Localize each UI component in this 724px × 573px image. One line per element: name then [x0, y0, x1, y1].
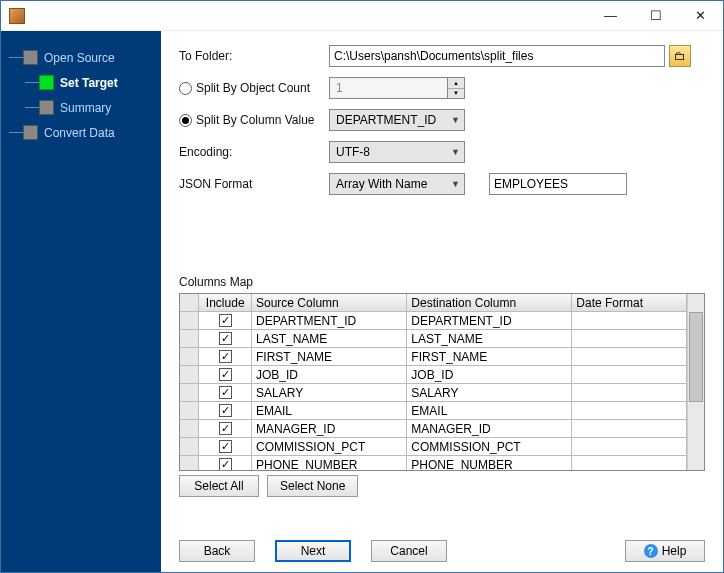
- col-header-date-format[interactable]: Date Format: [572, 294, 687, 312]
- split-column-value: DEPARTMENT_ID: [336, 113, 436, 127]
- select-all-button[interactable]: Select All: [179, 475, 259, 497]
- destination-cell[interactable]: COMMISSION_PCT: [407, 438, 572, 456]
- cancel-button[interactable]: Cancel: [371, 540, 447, 562]
- minimize-button[interactable]: —: [588, 2, 633, 30]
- source-cell[interactable]: LAST_NAME: [252, 330, 407, 348]
- select-none-button[interactable]: Select None: [267, 475, 358, 497]
- include-checkbox[interactable]: [219, 350, 232, 363]
- sidebar-item-convert-data[interactable]: Convert Data: [1, 120, 161, 145]
- col-header-source[interactable]: Source Column: [252, 294, 407, 312]
- destination-cell[interactable]: FIRST_NAME: [407, 348, 572, 366]
- source-cell[interactable]: FIRST_NAME: [252, 348, 407, 366]
- grid-scrollbar[interactable]: [687, 294, 704, 470]
- app-window: — ☐ ✕ Open Source Set Target Summary Con…: [0, 0, 724, 573]
- sidebar-item-label: Open Source: [44, 51, 115, 65]
- date-format-cell[interactable]: [572, 438, 687, 456]
- source-cell[interactable]: JOB_ID: [252, 366, 407, 384]
- sidebar-item-summary[interactable]: Summary: [1, 95, 161, 120]
- source-cell[interactable]: PHONE_NUMBER: [252, 456, 407, 470]
- include-checkbox[interactable]: [219, 386, 232, 399]
- json-format-select[interactable]: Array With Name ▼: [329, 173, 465, 195]
- include-checkbox[interactable]: [219, 440, 232, 453]
- sidebar-item-label: Set Target: [60, 76, 118, 90]
- destination-cell[interactable]: JOB_ID: [407, 366, 572, 384]
- chevron-down-icon: ▼: [451, 179, 460, 189]
- col-header-include[interactable]: Include: [199, 294, 252, 312]
- encoding-label: Encoding:: [179, 145, 329, 159]
- next-button[interactable]: Next: [275, 540, 351, 562]
- chevron-down-icon: ▼: [451, 147, 460, 157]
- sidebar-item-set-target[interactable]: Set Target: [1, 70, 161, 95]
- help-button[interactable]: ? Help: [625, 540, 705, 562]
- folder-icon: 🗀: [674, 49, 686, 63]
- destination-cell[interactable]: PHONE_NUMBER: [407, 456, 572, 470]
- table-row[interactable]: EMAILEMAIL: [180, 402, 687, 420]
- date-format-cell[interactable]: [572, 348, 687, 366]
- source-cell[interactable]: EMAIL: [252, 402, 407, 420]
- sidebar-item-open-source[interactable]: Open Source: [1, 45, 161, 70]
- table-row[interactable]: JOB_IDJOB_ID: [180, 366, 687, 384]
- split-by-column-radio[interactable]: Split By Column Value: [179, 113, 329, 127]
- encoding-value: UTF-8: [336, 145, 370, 159]
- close-button[interactable]: ✕: [678, 2, 723, 30]
- titlebar[interactable]: — ☐ ✕: [1, 1, 723, 31]
- include-checkbox[interactable]: [219, 422, 232, 435]
- to-folder-label: To Folder:: [179, 49, 329, 63]
- split-column-select[interactable]: DEPARTMENT_ID ▼: [329, 109, 465, 131]
- sidebar-item-label: Summary: [60, 101, 111, 115]
- table-row[interactable]: LAST_NAMELAST_NAME: [180, 330, 687, 348]
- table-row[interactable]: PHONE_NUMBERPHONE_NUMBER: [180, 456, 687, 470]
- spinner-down-icon[interactable]: ▼: [448, 89, 464, 99]
- object-count-spinner[interactable]: ▲ ▼: [329, 77, 465, 99]
- include-checkbox[interactable]: [219, 314, 232, 327]
- columns-map-grid: Include Source Column Destination Column…: [179, 293, 705, 471]
- app-icon: [9, 8, 25, 24]
- include-checkbox[interactable]: [219, 368, 232, 381]
- date-format-cell[interactable]: [572, 456, 687, 470]
- json-name-input[interactable]: [489, 173, 627, 195]
- columns-map-title: Columns Map: [179, 275, 705, 289]
- destination-cell[interactable]: SALARY: [407, 384, 572, 402]
- destination-cell[interactable]: EMAIL: [407, 402, 572, 420]
- spinner-up-icon[interactable]: ▲: [448, 78, 464, 89]
- json-format-value: Array With Name: [336, 177, 427, 191]
- radio-icon: [179, 82, 192, 95]
- col-header-destination[interactable]: Destination Column: [407, 294, 572, 312]
- encoding-select[interactable]: UTF-8 ▼: [329, 141, 465, 163]
- scrollbar-thumb[interactable]: [689, 312, 703, 402]
- help-icon: ?: [644, 544, 658, 558]
- sidebar-item-label: Convert Data: [44, 126, 115, 140]
- back-button[interactable]: Back: [179, 540, 255, 562]
- split-by-count-radio[interactable]: Split By Object Count: [179, 81, 329, 95]
- source-cell[interactable]: DEPARTMENT_ID: [252, 312, 407, 330]
- table-row[interactable]: FIRST_NAMEFIRST_NAME: [180, 348, 687, 366]
- table-row[interactable]: MANAGER_IDMANAGER_ID: [180, 420, 687, 438]
- browse-folder-button[interactable]: 🗀: [669, 45, 691, 67]
- include-checkbox[interactable]: [219, 332, 232, 345]
- split-by-column-label: Split By Column Value: [196, 113, 315, 127]
- source-cell[interactable]: MANAGER_ID: [252, 420, 407, 438]
- destination-cell[interactable]: MANAGER_ID: [407, 420, 572, 438]
- destination-cell[interactable]: LAST_NAME: [407, 330, 572, 348]
- table-row[interactable]: SALARYSALARY: [180, 384, 687, 402]
- source-cell[interactable]: COMMISSION_PCT: [252, 438, 407, 456]
- maximize-button[interactable]: ☐: [633, 2, 678, 30]
- wizard-sidebar: Open Source Set Target Summary Convert D…: [1, 31, 161, 572]
- date-format-cell[interactable]: [572, 330, 687, 348]
- content-panel: To Folder: 🗀 Split By Object Count ▲: [161, 31, 723, 572]
- split-by-count-label: Split By Object Count: [196, 81, 310, 95]
- date-format-cell[interactable]: [572, 366, 687, 384]
- source-cell[interactable]: SALARY: [252, 384, 407, 402]
- include-checkbox[interactable]: [219, 458, 232, 470]
- date-format-cell[interactable]: [572, 384, 687, 402]
- include-checkbox[interactable]: [219, 404, 232, 417]
- date-format-cell[interactable]: [572, 312, 687, 330]
- destination-cell[interactable]: DEPARTMENT_ID: [407, 312, 572, 330]
- to-folder-input[interactable]: [329, 45, 665, 67]
- date-format-cell[interactable]: [572, 402, 687, 420]
- table-row[interactable]: COMMISSION_PCTCOMMISSION_PCT: [180, 438, 687, 456]
- date-format-cell[interactable]: [572, 420, 687, 438]
- object-count-input: [329, 77, 447, 99]
- table-row[interactable]: DEPARTMENT_IDDEPARTMENT_ID: [180, 312, 687, 330]
- grid-header-row: Include Source Column Destination Column…: [180, 294, 687, 312]
